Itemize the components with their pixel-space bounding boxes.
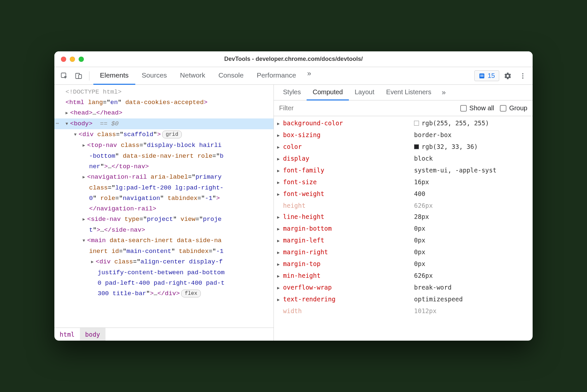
computed-property-row[interactable]: ▶line-height28px bbox=[274, 211, 533, 223]
tab-computed[interactable]: Computed bbox=[307, 85, 349, 100]
computed-property-row[interactable]: ▶text-renderingoptimizespeed bbox=[274, 294, 533, 305]
collapse-toggle-icon[interactable]: ▼ bbox=[74, 130, 79, 140]
color-swatch-icon[interactable] bbox=[414, 121, 419, 126]
computed-property-row[interactable]: ▶margin-right0px bbox=[274, 246, 533, 258]
group-checkbox[interactable]: Group bbox=[500, 104, 527, 112]
property-name: margin-left bbox=[283, 235, 414, 246]
property-value: 400 bbox=[414, 188, 533, 200]
computed-property-row[interactable]: ▶displayblock bbox=[274, 153, 533, 165]
issues-count: 15 bbox=[488, 72, 495, 80]
expand-toggle-icon[interactable]: ▶ bbox=[83, 172, 87, 183]
property-value: system-ui, -apple-syst bbox=[414, 165, 533, 176]
close-window-button[interactable] bbox=[61, 57, 66, 62]
expand-toggle-icon[interactable]: ▶ bbox=[277, 141, 283, 153]
elements-panel: <!DOCTYPE html> <html lang="en" data-coo… bbox=[54, 85, 274, 341]
property-value: 0px bbox=[414, 235, 533, 246]
expand-toggle-icon[interactable]: ▶ bbox=[277, 129, 283, 141]
show-all-checkbox[interactable]: Show all bbox=[460, 104, 494, 112]
property-value: optimizespeed bbox=[414, 294, 533, 305]
tab-console[interactable]: Console bbox=[212, 67, 250, 85]
tab-layout[interactable]: Layout bbox=[349, 85, 380, 100]
property-value: 0px bbox=[414, 246, 533, 258]
tab-network[interactable]: Network bbox=[174, 67, 212, 85]
expand-toggle-icon[interactable]: ▶ bbox=[277, 153, 283, 165]
device-toolbar-icon[interactable] bbox=[72, 69, 85, 82]
computed-property-row[interactable]: ▶box-sizingborder-box bbox=[274, 129, 533, 141]
expand-toggle-icon[interactable]: ▶ bbox=[277, 235, 283, 246]
dom-innerdiv[interactable]: ▶<div class="align-center display-fjusti… bbox=[54, 257, 274, 299]
computed-property-row[interactable]: ▶overflow-wrapbreak-word bbox=[274, 282, 533, 294]
property-name: text-rendering bbox=[283, 294, 414, 305]
inspect-element-icon[interactable] bbox=[58, 69, 71, 82]
expand-toggle-icon[interactable]: ▶ bbox=[277, 165, 283, 176]
expand-toggle-icon[interactable]: ▶ bbox=[277, 176, 283, 188]
collapse-toggle-icon[interactable]: ▼ bbox=[66, 119, 70, 129]
expand-toggle-icon[interactable]: ▶ bbox=[277, 246, 283, 258]
expand-toggle-icon[interactable]: ▶ bbox=[66, 108, 70, 118]
dom-html[interactable]: <html lang="en" data-cookies-accepted> bbox=[54, 97, 274, 108]
dom-sidenav[interactable]: ▶<side-nav type="project" view="projet">… bbox=[54, 214, 274, 235]
dom-doctype[interactable]: <!DOCTYPE html> bbox=[54, 87, 274, 97]
settings-icon[interactable] bbox=[501, 69, 514, 82]
expand-toggle-icon[interactable]: ▶ bbox=[277, 282, 283, 294]
expand-toggle-icon[interactable]: ▶ bbox=[277, 117, 283, 129]
minimize-window-button[interactable] bbox=[70, 57, 75, 62]
more-tabs-icon[interactable]: » bbox=[303, 67, 316, 80]
expand-toggle-icon[interactable]: ▶ bbox=[277, 188, 283, 200]
computed-property-row[interactable]: height626px bbox=[274, 200, 533, 211]
computed-property-row[interactable]: ▶min-height626px bbox=[274, 270, 533, 282]
property-name: width bbox=[283, 305, 414, 316]
computed-property-row[interactable]: ▶font-size16px bbox=[274, 176, 533, 188]
computed-property-row[interactable]: ▶margin-bottom0px bbox=[274, 223, 533, 235]
expand-toggle-icon[interactable]: ▶ bbox=[83, 140, 87, 151]
dom-head[interactable]: ▶<head>…</head> bbox=[54, 108, 274, 118]
expand-toggle-icon[interactable] bbox=[277, 200, 283, 211]
maximize-window-button[interactable] bbox=[79, 57, 84, 62]
property-name: margin-bottom bbox=[283, 223, 414, 235]
computed-property-row[interactable]: ▶margin-top0px bbox=[274, 258, 533, 270]
tab-event-listeners[interactable]: Event Listeners bbox=[380, 85, 437, 100]
breadcrumb-body[interactable]: body bbox=[80, 328, 105, 341]
tab-styles[interactable]: Styles bbox=[277, 85, 307, 100]
tab-performance[interactable]: Performance bbox=[250, 67, 303, 85]
grid-badge[interactable]: grid bbox=[162, 131, 182, 138]
more-styles-tabs-icon[interactable]: » bbox=[437, 86, 450, 99]
dom-body-selected[interactable]: ⋯▼<body> == $0 bbox=[54, 118, 274, 129]
issues-button[interactable]: 15 bbox=[474, 70, 499, 81]
expand-toggle-icon[interactable]: ▶ bbox=[277, 270, 283, 282]
titlebar: DevTools - developer.chrome.com/docs/dev… bbox=[54, 51, 533, 67]
computed-property-row[interactable]: ▶colorrgb(32, 33, 36) bbox=[274, 141, 533, 153]
expand-toggle-icon[interactable]: ▶ bbox=[83, 214, 87, 225]
expand-toggle-icon[interactable]: ▶ bbox=[277, 223, 283, 235]
expand-toggle-icon[interactable]: ▶ bbox=[277, 258, 283, 270]
computed-properties-list[interactable]: ▶background-colorrgb(255, 255, 255)▶box-… bbox=[274, 116, 533, 341]
dom-navrail[interactable]: ▶<navigation-rail aria-label="primarycla… bbox=[54, 172, 274, 214]
filter-input[interactable] bbox=[279, 104, 454, 112]
computed-property-row[interactable]: ▶margin-left0px bbox=[274, 235, 533, 246]
overflow-dots-icon[interactable]: ⋯ bbox=[56, 118, 60, 129]
expand-toggle-icon[interactable]: ▶ bbox=[91, 257, 96, 267]
breadcrumb-html[interactable]: html bbox=[54, 328, 80, 341]
property-name: font-size bbox=[283, 176, 414, 188]
property-value: 1012px bbox=[414, 305, 533, 316]
dom-tree[interactable]: <!DOCTYPE html> <html lang="en" data-coo… bbox=[54, 85, 274, 328]
computed-property-row[interactable]: width1012px bbox=[274, 305, 533, 316]
property-name: font-weight bbox=[283, 188, 414, 200]
tab-sources[interactable]: Sources bbox=[135, 67, 174, 85]
computed-property-row[interactable]: ▶background-colorrgb(255, 255, 255) bbox=[274, 117, 533, 129]
tab-elements[interactable]: Elements bbox=[93, 67, 135, 85]
collapse-toggle-icon[interactable]: ▼ bbox=[83, 236, 87, 246]
expand-toggle-icon[interactable] bbox=[277, 305, 283, 316]
color-swatch-icon[interactable] bbox=[414, 144, 419, 149]
dom-topnav[interactable]: ▶<top-nav class="display-block hairli-bo… bbox=[54, 140, 274, 172]
expand-toggle-icon[interactable]: ▶ bbox=[277, 294, 283, 305]
computed-property-row[interactable]: ▶font-familysystem-ui, -apple-syst bbox=[274, 165, 533, 176]
more-options-icon[interactable] bbox=[516, 69, 529, 82]
property-name: background-color bbox=[283, 117, 414, 129]
computed-property-row[interactable]: ▶font-weight400 bbox=[274, 188, 533, 200]
dom-scaffold[interactable]: ▼<div class="scaffold">grid bbox=[54, 129, 274, 140]
property-name: overflow-wrap bbox=[283, 282, 414, 294]
expand-toggle-icon[interactable]: ▶ bbox=[277, 211, 283, 223]
flex-badge[interactable]: flex bbox=[181, 290, 201, 297]
dom-main[interactable]: ▼<main data-search-inert data-side-naine… bbox=[54, 235, 274, 257]
